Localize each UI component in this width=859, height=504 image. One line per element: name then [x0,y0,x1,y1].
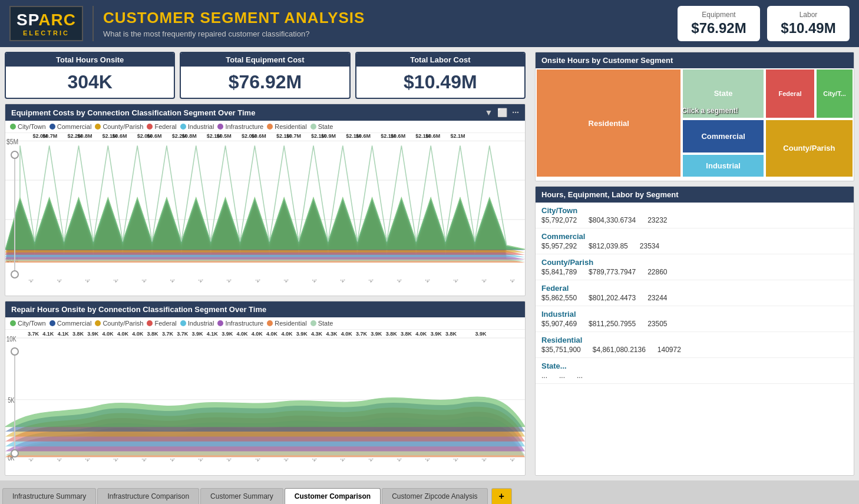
more-icon[interactable]: ··· [512,108,519,117]
table-row[interactable]: City/Town $5,792,072 $804,330.6734 23232 [536,203,854,228]
x-axis-label: 202009 [481,459,500,466]
row-values: $5,907,469 $811,250.7955 23505 [541,320,848,328]
legend-item: Federal [147,320,176,327]
row-col2: $811,250.7955 [589,320,636,328]
treemap-cell-industrial[interactable]: Industrial [682,154,764,178]
tab-infrastructure-summary[interactable]: Infrastructure Summary [2,488,96,504]
row-col2: $4,861,080.2136 [593,346,646,354]
filter-icon[interactable]: ▼ [484,108,493,117]
table-row[interactable]: Commercial $5,957,292 $812,039.85 23534 [536,228,854,254]
x-axis-label: 201803 [56,459,75,466]
row-col1: $5,862,550 [541,294,577,302]
x-axis-label: 201909 [311,280,330,287]
slider-top[interactable] [11,151,19,159]
chart1-container: Equipment Costs by Connection Classifica… [5,104,526,296]
legend-item: City/Town [10,123,46,130]
treemap-cell-city-t...[interactable]: City/T... [815,68,854,119]
chart1-legend: City/TownCommercialCounty/ParishFederalI… [5,121,525,133]
x-axis-label: 201903 [226,280,245,287]
equipment-kpi: Equipment $76.92M [678,6,760,41]
x-axis-label: 201805 [84,459,103,466]
row-col2: $801,202.4473 [589,294,636,302]
table-row[interactable]: State... ... ... ... [536,358,854,384]
x-axis-label: 202003 [396,459,415,466]
title-suffix: ANALYSIS [280,9,365,26]
slider-bottom[interactable] [11,270,19,278]
x-axis-label: 201911 [339,459,358,466]
tab-customer-comparison[interactable]: Customer Comparison [285,488,381,504]
chart2-svg: 10K 5K 0K [5,330,525,469]
x-axis-label: 201905 [255,280,273,287]
legend-dot [49,124,55,130]
row-segment-label: Federal [541,284,848,293]
row-col3: 23534 [640,242,659,250]
treemap-cell-state[interactable]: State [682,68,764,119]
row-col3: 23505 [647,320,667,328]
labor-kpi: Labor $10.49M [767,6,850,41]
x-axis-label: 201907 [283,459,302,466]
x-axis-label: 201905 [255,459,273,466]
treemap-cell-residential[interactable]: Residential [536,68,682,178]
tab-add-button[interactable]: + [491,488,512,504]
chart2-title: Repair Hours Onsite by Connection Classi… [11,305,266,314]
legend-item: Federal [147,123,176,130]
row-col2: $789,773.7947 [589,268,636,276]
table-body: City/Town $5,792,072 $804,330.6734 23232… [536,203,854,472]
slider2-top[interactable] [11,347,19,356]
header-divider [92,6,94,41]
x-axis-label: 201811 [169,459,188,466]
summary-cards: Total Hours Onsite 304K Total Equipment … [0,47,530,104]
row-segment-label: State... [541,362,848,370]
logo-arc: ARC [38,11,76,29]
x-axis-label: 202007 [452,280,471,287]
x-axis-label: 202005 [424,280,443,287]
svg-text:10K: 10K [6,334,16,343]
table-row[interactable]: Residential $35,751,900 $4,861,080.2136 … [536,332,854,358]
legend-dot [147,124,153,130]
legend-label: Infrastructure [225,123,263,130]
range-slider-chart1[interactable] [9,151,21,278]
tab-infrastructure-comparison[interactable]: Infrastructure Comparison [97,488,199,504]
treemap-body[interactable]: ResidentialStateFederalCity/T...Commerci… [536,68,854,178]
chart2-xaxis: 2018012018032018052018072018092018112019… [28,459,525,469]
legend-label: Industrial [188,320,214,327]
table-row[interactable]: Industrial $5,907,469 $811,250.7955 2350… [536,306,854,332]
header-kpis: Equipment $76.92M Labor $10.49M [678,6,850,41]
chart1-xaxis: 2018012018032018052018072018092018112019… [28,280,525,290]
legend-item: County/Parish [95,320,143,327]
table-row[interactable]: Federal $5,862,550 $801,202.4473 23244 [536,280,854,306]
legend-dot [217,124,223,130]
x-axis-label: 202011 [509,280,525,287]
slider2-bottom[interactable] [11,449,19,457]
treemap-cell-federal[interactable]: Federal [765,68,815,119]
x-axis-label: 201901 [197,459,216,466]
legend-item: State [310,320,333,327]
hours-card-title: Total Hours Onsite [6,53,174,67]
legend-dot [49,320,55,326]
treemap-cell-commercial[interactable]: Commercial [682,119,764,154]
legend-item: Residential [267,320,306,327]
x-axis-label: 202005 [424,459,443,466]
x-axis-label: 202009 [481,280,500,287]
treemap-cell-county-parish[interactable]: County/Parish [765,119,854,178]
row-col3: ... [577,372,583,380]
x-axis-label: 201901 [197,280,216,287]
row-col1: $5,841,789 [541,268,577,276]
x-axis-label: 201807 [113,280,131,287]
legend-item: County/Parish [95,123,143,130]
tab-customer-summary[interactable]: Customer Summary [200,488,283,504]
row-values: $5,862,550 $801,202.4473 23244 [541,294,848,302]
range-slider-chart2[interactable] [9,347,21,457]
chart1-body: $5M $0M [5,133,525,290]
equipment-label: Equipment [689,11,748,19]
row-col3: 23244 [647,294,667,302]
chart1-icons[interactable]: ▼ ⬜ ··· [484,108,519,117]
row-col1: $5,907,469 [541,320,577,328]
tab-customer-zipcode-analysis[interactable]: Customer Zipcode Analysis [382,488,487,504]
table-row[interactable]: County/Parish $5,841,789 $789,773.7947 2… [536,254,854,280]
logo-text: SPARC [16,11,76,29]
legend-label: City/Town [18,123,46,130]
expand-icon[interactable]: ⬜ [497,108,507,117]
labor-label: Labor [779,11,838,19]
left-panel: Total Hours Onsite 304K Total Equipment … [0,47,530,480]
